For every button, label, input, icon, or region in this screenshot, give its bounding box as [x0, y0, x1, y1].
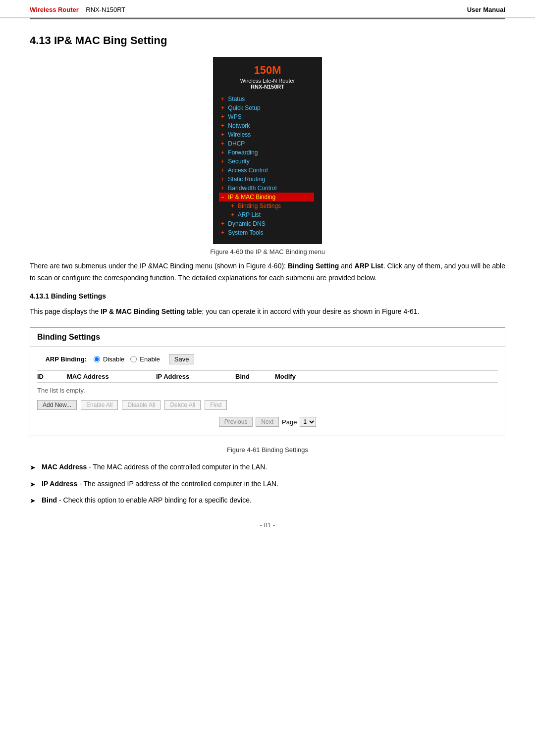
find-button[interactable]: Find: [205, 400, 227, 410]
col-header-modify: Modify: [275, 373, 324, 380]
save-button[interactable]: Save: [169, 354, 195, 364]
radio-enable-label: Enable: [140, 355, 160, 363]
disable-all-button[interactable]: Disable All: [122, 400, 160, 410]
bullet-arrow-ip: ➤: [30, 479, 38, 490]
col-header-id: ID: [37, 373, 67, 380]
page-header: Wireless Router RNX-N150RT User Manual: [0, 0, 535, 18]
main-content: 4.13 IP& MAC Bing Setting 150M Wireless …: [0, 19, 535, 544]
binding-box-title: Binding Settings: [30, 328, 505, 347]
col-header-mac: MAC Address: [67, 373, 156, 380]
page-label: Page: [282, 418, 297, 426]
menu-item-system-tools: + System Tools: [221, 228, 314, 237]
col-header-ip: IP Address: [156, 373, 235, 380]
bullet-mac-text: MAC Address - The MAC address of the con…: [42, 461, 267, 472]
brand-model: RNX-N150RT: [221, 84, 314, 90]
header-model: RNX-N150RT: [86, 6, 125, 13]
bullet-list: ➤ MAC Address - The MAC address of the c…: [30, 461, 505, 506]
menu-item-quicksetup: + Quick Setup: [221, 103, 314, 112]
radio-group-arp: Disable Enable: [94, 355, 160, 363]
menu-item-wireless: + Wireless: [221, 130, 314, 139]
body-text-1: There are two submenus under the IP &MAC…: [30, 260, 505, 284]
binding-settings-box: Binding Settings ARP Binding: Disable En…: [30, 327, 505, 436]
menu-item-forwarding: + Forwarding: [221, 148, 314, 157]
binding-box-content: ARP Binding: Disable Enable Save ID MAC …: [30, 347, 505, 436]
page-number: - 81 -: [30, 521, 505, 529]
figure1-caption: Figure 4-60 the IP & MAC Binding menu: [210, 248, 325, 255]
enable-all-button[interactable]: Enable All: [81, 400, 118, 410]
radio-disable-label: Disable: [103, 355, 124, 363]
menu-item-dynamic-dns: + Dynamic DNS: [221, 219, 314, 228]
menu-item-arp-list: + ARP List: [221, 210, 314, 219]
bullet-arrow-mac: ➤: [30, 462, 38, 473]
menu-item-bandwidth-control: + Bandwidth Control: [221, 184, 314, 193]
menu-item-wps: + WPS: [221, 112, 314, 121]
empty-row: The list is empty.: [37, 385, 498, 396]
previous-button[interactable]: Previous: [219, 417, 253, 427]
page-select[interactable]: 1: [300, 417, 316, 427]
brand-wireless-router: Wireless Router: [30, 6, 79, 13]
col-header-bind: Bind: [235, 373, 275, 380]
subsection-title: 4.13.1 Binding Settings: [30, 292, 505, 300]
action-buttons: Add New... Enable All Disable All Delete…: [37, 400, 498, 410]
section-title: 4.13 IP& MAC Bing Setting: [30, 34, 505, 47]
header-right: User Manual: [467, 6, 505, 13]
brand-subtitle: Wireless Lite-N Router: [221, 78, 314, 84]
bullet-item-mac: ➤ MAC Address - The MAC address of the c…: [30, 461, 505, 473]
menu-item-network: + Network: [221, 121, 314, 130]
next-button[interactable]: Next: [256, 417, 279, 427]
table-header-row: ID MAC Address IP Address Bind Modify: [37, 370, 498, 383]
delete-all-button[interactable]: Delete All: [164, 400, 201, 410]
brand-150m: 150M: [221, 64, 314, 77]
add-new-button[interactable]: Add New...: [37, 400, 77, 410]
bullet-ip-text: IP Address - The assigned IP address of …: [42, 478, 278, 489]
radio-disable[interactable]: [94, 356, 100, 362]
menu-item-access-control: + Access Control: [221, 166, 314, 175]
menu-figure: 150M Wireless Lite-N Router RNX-N150RT +…: [30, 57, 505, 255]
bullet-item-bind: ➤ Bind - Check this option to enable ARP…: [30, 495, 505, 506]
menu-item-dhcp: + DHCP: [221, 139, 314, 148]
pagination-row: Previous Next Page 1: [37, 415, 498, 429]
arp-binding-label: ARP Binding:: [37, 355, 87, 363]
radio-enable[interactable]: [130, 356, 137, 362]
bullet-bind-text: Bind - Check this option to enable ARP b…: [42, 495, 252, 505]
router-menu-image: 150M Wireless Lite-N Router RNX-N150RT +…: [213, 57, 322, 244]
bullet-arrow-bind: ➤: [30, 495, 38, 506]
arp-binding-row: ARP Binding: Disable Enable Save: [37, 354, 498, 364]
subsection-body: This page displays the IP & MAC Binding …: [30, 306, 505, 318]
menu-item-ip-mac-binding: − IP & MAC Binding: [219, 193, 314, 202]
menu-list: + Status + Quick Setup + WPS + Network +…: [221, 95, 314, 237]
menu-item-security: + Security: [221, 157, 314, 166]
menu-item-static-routing: + Static Routing: [221, 175, 314, 184]
figure2-caption: Figure 4-61 Binding Settings: [30, 446, 505, 454]
menu-item-status: + Status: [221, 95, 314, 103]
header-left: Wireless Router RNX-N150RT: [30, 6, 125, 13]
bullet-item-ip: ➤ IP Address - The assigned IP address o…: [30, 478, 505, 490]
menu-item-binding-settings: + Binding Settings: [221, 202, 314, 210]
